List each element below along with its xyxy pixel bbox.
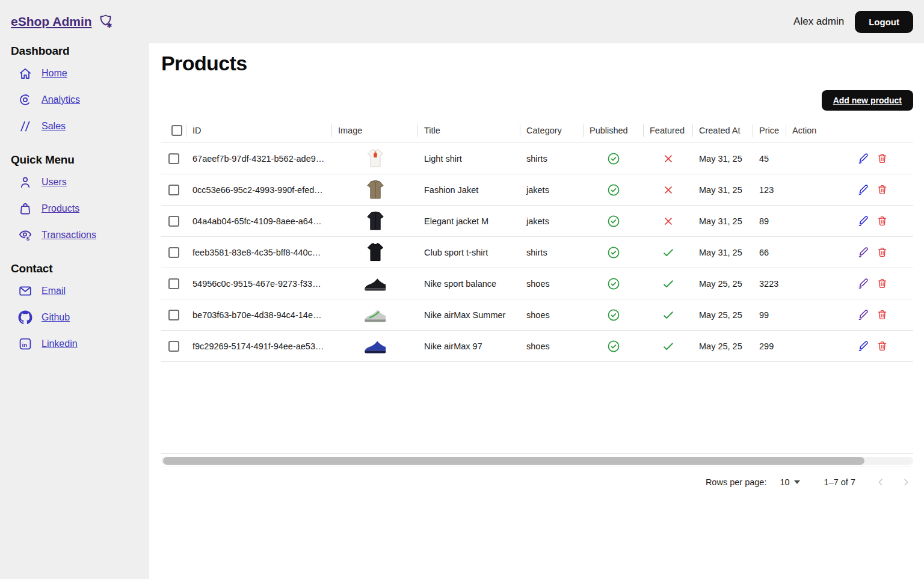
product-category: shoes bbox=[520, 342, 584, 351]
product-category: jakets bbox=[520, 216, 584, 226]
delete-button[interactable] bbox=[876, 152, 888, 165]
previous-page-button[interactable] bbox=[876, 477, 886, 487]
sidebar: Dashboard Home Analytics Sales Quick Men… bbox=[0, 43, 149, 579]
column-header-id[interactable]: ID bbox=[186, 118, 332, 142]
featured-status-icon bbox=[644, 215, 693, 227]
product-title: Nike airMax 97 bbox=[418, 342, 520, 351]
sidebar-section-dashboard: Dashboard Home Analytics Sales bbox=[11, 44, 141, 139]
product-image bbox=[332, 211, 418, 231]
product-category: jakets bbox=[520, 185, 584, 195]
product-id: feeb3581-83e8-4c35-bff8-440c… bbox=[186, 248, 332, 257]
product-category: shoes bbox=[520, 279, 584, 289]
product-image bbox=[332, 242, 418, 262]
product-category: shirts bbox=[520, 154, 584, 164]
topbar-right: Alex admin Logout bbox=[793, 0, 913, 43]
brand-link[interactable]: eShop Admin ✱ bbox=[11, 13, 114, 29]
eye-dollar-icon: $ bbox=[18, 228, 32, 242]
sidebar-item-transactions[interactable]: $ Transactions bbox=[11, 222, 141, 248]
caret-down-icon bbox=[794, 480, 800, 484]
column-header-image[interactable]: Image bbox=[332, 118, 418, 142]
rows-per-page-select[interactable]: 10 bbox=[780, 477, 799, 487]
scrollbar-thumb[interactable] bbox=[163, 457, 864, 465]
sidebar-item-home[interactable]: Home bbox=[11, 60, 141, 87]
column-header-price[interactable]: Price bbox=[753, 118, 786, 142]
featured-status-icon bbox=[644, 246, 693, 259]
delete-button[interactable] bbox=[876, 277, 888, 290]
svg-text:in: in bbox=[22, 342, 28, 348]
section-title-contact: Contact bbox=[11, 262, 141, 275]
edit-button[interactable] bbox=[857, 215, 869, 227]
sales-icon bbox=[18, 119, 32, 133]
sidebar-item-email[interactable]: Email bbox=[11, 278, 141, 304]
envelope-icon bbox=[18, 284, 32, 298]
sidebar-item-github[interactable]: Github bbox=[11, 304, 141, 331]
row-checkbox[interactable] bbox=[168, 247, 179, 258]
row-checkbox[interactable] bbox=[168, 310, 179, 320]
product-id: f9c29269-5174-491f-94ee-ae53… bbox=[186, 342, 332, 351]
select-all-checkbox[interactable] bbox=[171, 125, 182, 136]
product-title: Fashion Jaket bbox=[418, 185, 520, 195]
column-header-created-at[interactable]: Created At bbox=[693, 118, 753, 142]
featured-status-icon bbox=[644, 308, 693, 322]
column-header-published[interactable]: Published bbox=[584, 118, 644, 142]
row-checkbox[interactable] bbox=[168, 278, 179, 289]
home-icon bbox=[18, 66, 32, 81]
sidebar-section-contact: Contact Email Github in Linkedin bbox=[11, 262, 141, 357]
row-checkbox[interactable] bbox=[168, 153, 179, 164]
row-checkbox[interactable] bbox=[168, 185, 179, 195]
sidebar-item-users[interactable]: Users bbox=[11, 169, 141, 195]
column-header-title[interactable]: Title bbox=[418, 118, 520, 142]
sidebar-item-linkedin[interactable]: in Linkedin bbox=[11, 331, 141, 357]
table-row: be703f63-b70e-4d38-94c4-14e… Nike airMax… bbox=[161, 299, 913, 331]
product-price: 66 bbox=[753, 248, 786, 257]
shield-star-icon: ✱ bbox=[97, 13, 114, 29]
edit-button[interactable] bbox=[857, 246, 869, 259]
row-checkbox[interactable] bbox=[168, 341, 179, 352]
column-header-category[interactable]: Category bbox=[520, 118, 584, 142]
scrollbar-track[interactable] bbox=[161, 457, 913, 465]
table-header-row: ID Image Title Category Published Featur… bbox=[161, 118, 913, 143]
row-checkbox[interactable] bbox=[168, 216, 179, 227]
product-price: 89 bbox=[753, 216, 786, 226]
delete-button[interactable] bbox=[876, 340, 888, 352]
product-id: 54956c0c-9515-467e-9273-f33… bbox=[186, 279, 332, 289]
product-image bbox=[332, 274, 418, 293]
shopping-bag-icon bbox=[18, 201, 32, 216]
delete-button[interactable] bbox=[876, 183, 888, 196]
product-price: 45 bbox=[753, 154, 786, 164]
product-id: 67aeef7b-97df-4321-b562-ade9… bbox=[186, 154, 332, 164]
next-page-button[interactable] bbox=[901, 477, 911, 487]
github-icon bbox=[18, 310, 32, 325]
edit-button[interactable] bbox=[857, 277, 869, 290]
pagination: Rows per page: 10 1–7 of 7 bbox=[161, 467, 913, 497]
delete-button[interactable] bbox=[876, 215, 888, 227]
add-new-product-button[interactable]: Add new product bbox=[822, 90, 913, 111]
featured-status-icon bbox=[644, 277, 693, 290]
delete-button[interactable] bbox=[876, 246, 888, 259]
product-image bbox=[332, 180, 418, 200]
product-created-at: May 25, 25 bbox=[693, 310, 753, 320]
product-title: Nike airMax Summer bbox=[418, 310, 520, 320]
edit-button[interactable] bbox=[857, 340, 869, 352]
column-header-featured[interactable]: Featured bbox=[644, 118, 693, 142]
sidebar-section-quick-menu: Quick Menu Users Products $ Transact bbox=[11, 153, 141, 248]
sidebar-item-products[interactable]: Products bbox=[11, 195, 141, 222]
sidebar-item-analytics[interactable]: Analytics bbox=[11, 87, 141, 113]
published-status-icon bbox=[584, 277, 644, 290]
product-title: Nike sport balance bbox=[418, 279, 520, 289]
delete-button[interactable] bbox=[876, 308, 888, 321]
table-row: feeb3581-83e8-4c35-bff8-440c… Club sport… bbox=[161, 237, 913, 268]
page-title: Products bbox=[161, 52, 913, 75]
product-created-at: May 25, 25 bbox=[693, 342, 753, 351]
product-price: 299 bbox=[753, 342, 786, 351]
product-image bbox=[332, 305, 418, 325]
sidebar-item-sales[interactable]: Sales bbox=[11, 113, 141, 139]
edit-button[interactable] bbox=[857, 152, 869, 165]
svg-text:✱: ✱ bbox=[106, 22, 112, 29]
featured-status-icon bbox=[644, 340, 693, 353]
section-title-quick-menu: Quick Menu bbox=[11, 153, 141, 167]
edit-button[interactable] bbox=[857, 183, 869, 196]
published-status-icon bbox=[584, 246, 644, 259]
edit-button[interactable] bbox=[857, 308, 869, 321]
logout-button[interactable]: Logout bbox=[855, 11, 913, 33]
